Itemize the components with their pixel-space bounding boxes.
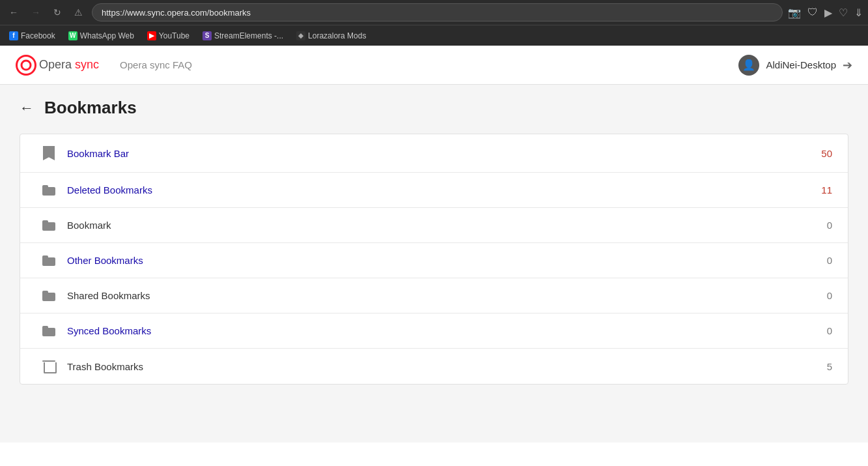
- heart-icon: ♡: [839, 7, 848, 19]
- page-title-row: ← Bookmarks: [20, 98, 848, 118]
- streamelements-favicon: S: [203, 31, 212, 40]
- lorazalora-label: Lorazalora Mods: [308, 31, 366, 40]
- bookmarks-bar: f Facebook W WhatsApp Web ▶ YouTube S St…: [0, 25, 868, 46]
- bookmarks-bar-item-streamelements[interactable]: S StreamElements -...: [199, 30, 287, 42]
- lorazalora-favicon: ◆: [296, 31, 305, 40]
- opera-brand-text: Opera sync: [39, 58, 99, 72]
- facebook-favicon: f: [9, 31, 18, 40]
- whatsapp-label: WhatsApp Web: [80, 31, 134, 40]
- play-icon: ▶: [824, 7, 832, 19]
- user-section: 👤 AldiNei-Desktop ➔: [738, 55, 852, 76]
- table-row[interactable]: Synced Bookmarks 0: [20, 313, 848, 349]
- table-row[interactable]: Trash Bookmarks 5: [20, 349, 848, 384]
- whatsapp-favicon: W: [68, 31, 77, 40]
- logout-button[interactable]: ➔: [843, 58, 852, 72]
- forward-button[interactable]: →: [27, 5, 44, 20]
- deleted-bookmarks-count: 11: [813, 184, 832, 196]
- trash-bookmarks-count: 5: [813, 361, 832, 372]
- youtube-favicon: ▶: [147, 31, 156, 40]
- shared-bookmarks-count: 0: [813, 290, 832, 301]
- back-navigation-button[interactable]: ←: [20, 100, 34, 117]
- other-bookmarks-icon: [36, 255, 62, 266]
- username-text: AldiNei-Desktop: [766, 59, 836, 70]
- reload-button[interactable]: ↻: [49, 5, 65, 20]
- address-bar[interactable]: [92, 3, 783, 22]
- other-bookmarks-label: Other Bookmarks: [67, 255, 813, 266]
- bookmark-bar-icon: [36, 146, 62, 160]
- bookmarks-bar-item-facebook[interactable]: f Facebook: [5, 30, 59, 42]
- table-row[interactable]: Bookmark 0: [20, 208, 848, 243]
- bookmarks-list: Bookmark Bar 50 Deleted Bookmarks 11 Boo…: [20, 134, 848, 385]
- bookmarks-bar-item-whatsapp[interactable]: W WhatsApp Web: [64, 30, 138, 42]
- deleted-bookmarks-label: Deleted Bookmarks: [67, 184, 813, 196]
- bookmarks-bar-item-youtube[interactable]: ▶ YouTube: [143, 30, 193, 42]
- other-bookmarks-count: 0: [813, 255, 832, 266]
- synced-bookmarks-icon: [36, 326, 62, 336]
- table-row[interactable]: Deleted Bookmarks 11: [20, 173, 848, 208]
- opera-sync-faq-link[interactable]: Opera sync FAQ: [120, 59, 192, 70]
- trash-bookmarks-icon: [36, 360, 62, 372]
- youtube-label: YouTube: [159, 31, 189, 40]
- shared-bookmarks-label: Shared Bookmarks: [67, 290, 813, 301]
- download-icon: ⇓: [854, 7, 863, 19]
- page-title: Bookmarks: [44, 98, 137, 118]
- opera-O-icon: [16, 55, 36, 76]
- trash-bookmarks-label: Trash Bookmarks: [67, 361, 813, 372]
- warning-icon: ⚠: [70, 5, 87, 20]
- table-row[interactable]: Other Bookmarks 0: [20, 243, 848, 278]
- bookmark-count: 0: [813, 220, 832, 231]
- bookmarks-bar-item-lorazalora[interactable]: ◆ Lorazalora Mods: [292, 30, 370, 42]
- shared-bookmarks-icon: [36, 291, 62, 301]
- bookmark-bar-label: Bookmark Bar: [67, 148, 813, 159]
- bookmark-bar-count: 50: [813, 148, 832, 159]
- page-content: ← Bookmarks Bookmark Bar 50 Deleted Book…: [0, 85, 868, 443]
- user-avatar: 👤: [738, 55, 759, 76]
- back-button[interactable]: ←: [5, 5, 22, 20]
- page-header: Opera sync Opera sync FAQ 👤 AldiNei-Desk…: [0, 46, 868, 85]
- svg-point-0: [21, 61, 31, 70]
- streamelements-label: StreamElements -...: [214, 31, 283, 40]
- table-row[interactable]: Bookmark Bar 50: [20, 134, 848, 173]
- shield-icon: 🛡: [807, 7, 818, 18]
- table-row[interactable]: Shared Bookmarks 0: [20, 278, 848, 313]
- synced-bookmarks-label: Synced Bookmarks: [67, 325, 813, 336]
- bookmark-label: Bookmark: [67, 220, 813, 231]
- synced-bookmarks-count: 0: [813, 325, 832, 336]
- deleted-bookmarks-icon: [36, 185, 62, 196]
- facebook-label: Facebook: [21, 31, 55, 40]
- opera-logo[interactable]: Opera sync: [16, 55, 99, 76]
- camera-icon: 📷: [788, 7, 801, 19]
- bookmark-icon: [36, 220, 62, 231]
